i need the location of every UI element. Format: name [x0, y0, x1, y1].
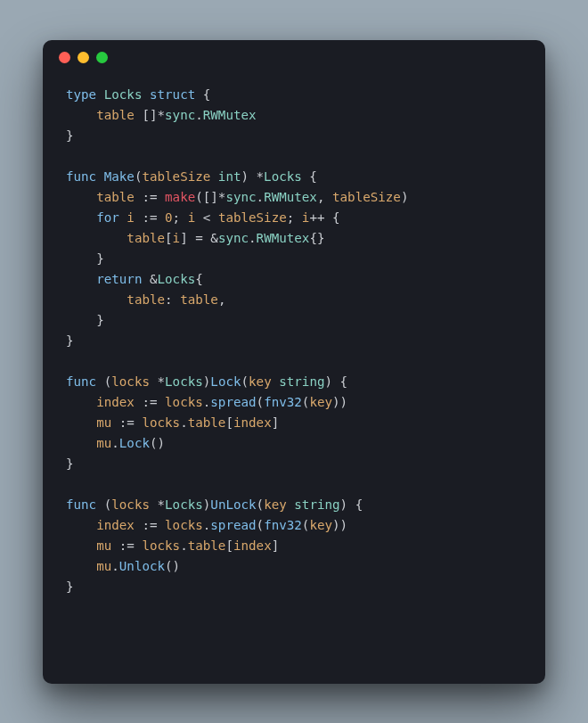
- code-token: table: [127, 231, 165, 245]
- code-token: 0: [165, 210, 173, 225]
- code-token: mu: [96, 538, 111, 553]
- code-token: table: [188, 538, 226, 553]
- code-token: tableSize: [218, 210, 287, 225]
- code-block: type Locks struct { table []*sync.RWMute…: [43, 76, 545, 620]
- code-token: mu: [96, 559, 111, 573]
- code-token: type: [66, 87, 96, 102]
- code-token: table: [96, 108, 135, 122]
- close-icon[interactable]: [59, 52, 70, 63]
- code-token: mu: [96, 415, 111, 430]
- code-token: Lock: [210, 374, 241, 389]
- code-token: func: [66, 497, 96, 512]
- code-token: index: [233, 538, 272, 553]
- code-token: locks: [142, 538, 180, 553]
- code-token: RWMutex: [257, 231, 310, 245]
- code-token: locks: [111, 497, 150, 512]
- code-token: string: [279, 374, 324, 389]
- zoom-icon[interactable]: [96, 52, 108, 63]
- code-token: Locks: [165, 497, 203, 512]
- code-token: index: [233, 415, 272, 430]
- code-token: spread: [210, 395, 256, 409]
- code-token: tableSize: [332, 190, 401, 204]
- code-token: UnLock: [210, 497, 256, 512]
- code-token: key: [249, 374, 272, 389]
- code-token: i: [302, 210, 310, 225]
- code-token: make: [165, 190, 195, 204]
- code-token: index: [96, 395, 135, 409]
- code-token: key: [264, 497, 287, 512]
- code-token: RWMutex: [203, 108, 257, 122]
- code-token: Locks: [264, 169, 302, 184]
- code-token: fnv32: [264, 518, 302, 532]
- code-token: index: [96, 518, 135, 532]
- code-token: Make: [104, 169, 135, 184]
- code-token: table: [180, 292, 218, 307]
- code-token: key: [309, 395, 332, 409]
- code-token: sync: [165, 108, 195, 122]
- code-token: i: [188, 210, 196, 225]
- code-token: for: [96, 210, 119, 225]
- code-token: fnv32: [264, 395, 302, 409]
- code-token: locks: [165, 395, 203, 409]
- code-token: Locks: [104, 87, 143, 102]
- code-window: type Locks struct { table []*sync.RWMute…: [43, 40, 545, 684]
- code-token: return: [96, 272, 142, 286]
- code-token: key: [309, 518, 332, 532]
- code-token: i: [127, 210, 135, 225]
- code-token: int: [218, 169, 241, 184]
- code-token: func: [66, 169, 96, 184]
- code-token: Lock: [119, 436, 150, 450]
- code-token: locks: [165, 518, 203, 532]
- code-token: RWMutex: [264, 190, 317, 204]
- minimize-icon[interactable]: [78, 52, 89, 63]
- code-token: table: [188, 415, 226, 430]
- code-token: mu: [96, 436, 111, 450]
- code-token: locks: [111, 374, 150, 389]
- code-token: table: [127, 292, 165, 307]
- code-token: tableSize: [142, 169, 210, 184]
- code-token: locks: [142, 415, 180, 430]
- code-token: func: [66, 374, 96, 389]
- code-token: Unlock: [119, 559, 165, 573]
- code-token: table: [96, 190, 135, 204]
- code-token: Locks: [165, 374, 203, 389]
- window-titlebar: [43, 40, 545, 76]
- code-token: i: [173, 231, 181, 245]
- code-token: struct: [150, 87, 195, 102]
- code-token: Locks: [158, 272, 196, 286]
- code-token: string: [294, 497, 339, 512]
- code-token: sync: [225, 190, 256, 204]
- code-token: sync: [218, 231, 249, 245]
- code-token: spread: [210, 518, 256, 532]
